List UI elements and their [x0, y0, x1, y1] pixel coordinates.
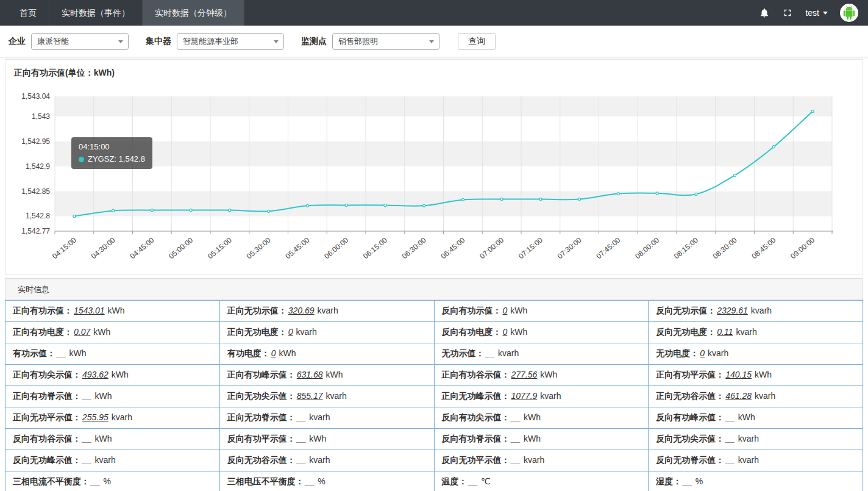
data-point[interactable] [112, 209, 115, 212]
metric-label: 正向有功电度： [13, 327, 73, 337]
fullscreen-icon[interactable] [782, 7, 793, 18]
nav-tab[interactable]: 首页 [7, 0, 49, 26]
avatar[interactable] [840, 4, 858, 22]
metric-value-link[interactable]: 0 [503, 327, 508, 337]
table-row: 有功示值：__kWh有功电度：0kWh无功示值：__kvarh无功电度：0kva… [5, 343, 863, 365]
user-menu[interactable]: test [805, 8, 828, 18]
metric-value-link[interactable]: 0 [700, 348, 705, 358]
metric-unit: % [104, 476, 111, 486]
metric-value-link[interactable]: 1077.9 [511, 391, 538, 401]
metric-value-link[interactable]: 461.28 [725, 391, 752, 401]
data-point[interactable] [384, 204, 386, 206]
query-button[interactable]: 查询 [458, 33, 496, 50]
x-axis-label: 04:30:00 [90, 235, 117, 260]
metric-value-link[interactable]: 0.07 [74, 327, 90, 337]
x-axis-label: 08:15:00 [672, 235, 700, 260]
metric-unit: kWh [112, 370, 129, 379]
data-point[interactable] [423, 204, 425, 207]
android-avatar-icon [842, 6, 856, 20]
data-point[interactable] [772, 146, 775, 148]
metric-cell: 正向无功谷示值：461.28kvarh [649, 386, 863, 407]
metric-label: 正向无功示值： [227, 306, 287, 315]
concentrator-select[interactable]: 智慧能源事业部 [177, 33, 284, 50]
y-axis-label: 1,542.9 [26, 162, 50, 171]
metric-label: 反向有功峰示值： [656, 412, 724, 422]
metric-unit: kWh [755, 370, 772, 379]
notifications-bell-icon[interactable] [759, 7, 770, 18]
metric-unit: kvarh [738, 434, 759, 443]
metric-value-link[interactable]: 0 [503, 306, 508, 315]
data-point[interactable] [306, 204, 308, 207]
data-point[interactable] [734, 174, 736, 176]
data-point[interactable] [695, 193, 697, 195]
x-axis-label: 06:30:00 [400, 235, 428, 260]
data-point[interactable] [151, 209, 153, 212]
data-point[interactable] [539, 198, 542, 201]
metric-value-link[interactable]: 0.11 [717, 327, 733, 337]
data-point[interactable] [229, 209, 231, 212]
metric-cell: 正向有功谷示值：277.56kWh [434, 365, 649, 386]
data-point[interactable] [73, 215, 76, 217]
metric-value-link[interactable]: 0 [288, 327, 293, 337]
data-point[interactable] [345, 204, 347, 206]
metric-value-link[interactable]: 631.68 [297, 370, 323, 379]
data-point[interactable] [190, 209, 192, 212]
metric-value-link[interactable]: 320.69 [288, 306, 315, 315]
data-point[interactable] [656, 192, 658, 195]
metric-cell: 反向无功平示值：__kvarh [434, 450, 649, 471]
metric-label: 正向有功示值： [13, 306, 73, 315]
realtime-info-title: 实时信息 [5, 278, 863, 300]
x-axis-label: 05:15:00 [206, 235, 233, 260]
x-axis-label: 04:15:00 [51, 235, 78, 260]
data-point[interactable] [578, 198, 581, 201]
metric-value-link[interactable]: 140.15 [725, 370, 752, 379]
data-point[interactable] [811, 110, 814, 113]
metric-value-link[interactable]: 855.17 [297, 391, 323, 401]
monitor-point-select-value: 销售部照明 [338, 36, 378, 47]
data-point[interactable] [500, 198, 503, 201]
metric-label: 正向无功脊示值： [227, 412, 296, 422]
enterprise-filter: 企业 康派智能 [9, 33, 129, 50]
metric-label: 反向有功谷示值： [13, 434, 81, 443]
metric-unit: ℃ [481, 476, 491, 486]
monitor-point-select[interactable]: 销售部照明 [332, 33, 439, 50]
navbar-actions: test [759, 0, 868, 26]
metric-value-link[interactable]: 493.62 [82, 370, 108, 379]
metric-cell: 无功电度：0kvarh [649, 343, 863, 365]
metric-unit: kvarh [708, 348, 728, 358]
metric-cell: 正向有功峰示值：631.68kWh [219, 365, 434, 386]
data-point[interactable] [461, 198, 464, 201]
metric-value-link[interactable]: 0 [271, 348, 276, 358]
metric-label: 正向无功电度： [227, 327, 287, 337]
metric-value-link[interactable]: 2329.61 [717, 306, 748, 315]
x-axis-label: 07:30:00 [556, 235, 583, 260]
chart-canvas[interactable]: 04:15:0004:30:0004:45:0005:00:0005:15:00… [7, 85, 861, 268]
metric-cell: 反向有功示值：0kWh [434, 301, 649, 322]
metric-cell: 无功示值：__kvarh [434, 343, 649, 365]
metric-label: 湿度： [656, 476, 681, 486]
metric-label: 正向无功峰示值： [442, 391, 510, 401]
metric-label: 反向无功电度： [656, 327, 716, 337]
metric-value-empty: __ [486, 348, 496, 358]
metric-label: 三相电压不平衡度： [227, 476, 304, 486]
metric-value-empty: __ [511, 412, 521, 422]
metric-value-link[interactable]: 255.95 [82, 412, 108, 422]
metric-label: 反向有功脊示值： [442, 434, 510, 443]
data-point[interactable] [268, 210, 270, 212]
nav-tab[interactable]: 实时数据（事件） [49, 0, 143, 26]
nav-tab[interactable]: 实时数据（分钟级） [143, 0, 244, 26]
y-axis-label: 1,542.77 [21, 227, 50, 235]
x-axis-label: 04:45:00 [129, 235, 156, 260]
concentrator-select-value: 智慧能源事业部 [183, 36, 238, 47]
metric-unit: % [318, 476, 325, 486]
table-row: 三相电流不平衡度：__%三相电压不平衡度：__%温度：__℃湿度：__% [5, 471, 863, 491]
enterprise-select[interactable]: 康派智能 [31, 33, 129, 50]
metric-unit: kWh [95, 391, 112, 401]
metric-value-link[interactable]: 277.56 [511, 370, 538, 379]
metric-value-empty: __ [82, 391, 92, 401]
metric-unit: kWh [309, 434, 326, 443]
metric-value-link[interactable]: 1543.01 [74, 306, 105, 315]
metric-value-empty: __ [297, 455, 307, 465]
data-point[interactable] [617, 193, 619, 195]
nav-tabs: 首页实时数据（事件）实时数据（分钟级） [0, 0, 244, 26]
